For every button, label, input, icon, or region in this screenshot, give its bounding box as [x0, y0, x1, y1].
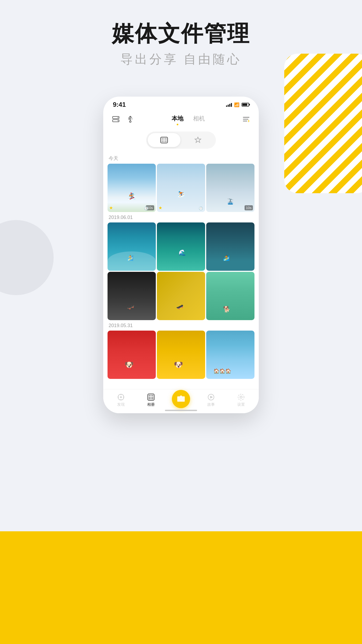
home-indicator: [165, 410, 197, 411]
media-thumb[interactable]: 🏄: [108, 222, 156, 271]
svg-point-18: [120, 396, 122, 398]
page-subtitle: 导出分享 自由随心: [0, 51, 362, 68]
svg-rect-25: [151, 395, 153, 396]
bg-circle-decoration: [0, 220, 54, 295]
media-thumb[interactable]: 🛹: [157, 272, 205, 320]
status-icons: 📶: [226, 102, 249, 107]
media-thumb[interactable]: 🛹: [108, 272, 156, 320]
phone-mockup: 9:41 📶: [103, 97, 259, 413]
svg-rect-15: [164, 140, 167, 142]
media-thumb[interactable]: ⛷️ ★ 🕐: [157, 164, 205, 212]
status-time: 9:41: [113, 101, 126, 108]
section-date-1: 2019.06.01: [109, 215, 253, 220]
filter-section: [103, 128, 259, 152]
media-thumb[interactable]: 🏠🏠🏠: [206, 331, 254, 379]
svg-point-31: [240, 396, 242, 398]
thumb-star-badge: ★: [109, 205, 113, 210]
media-thumb[interactable]: 🏂 ★ 10s 🕐: [108, 164, 156, 212]
media-grid-1: 🏄 🌊 🏄 🛹 🛹 🐕: [108, 222, 254, 320]
nav-left-icons: [111, 114, 135, 124]
section-date-2: 2019.05.31: [109, 323, 253, 328]
page-title: 媒体文件管理: [0, 21, 362, 46]
svg-rect-27: [151, 397, 153, 400]
media-thumb[interactable]: 🏄: [206, 222, 254, 271]
top-nav: 本地 相机: [103, 111, 259, 128]
nav-tabs: 本地 相机: [135, 115, 241, 124]
tab-album[interactable]: 相册: [136, 393, 166, 407]
header-section: 媒体文件管理 导出分享 自由随心: [0, 21, 362, 68]
tab-settings-label: 设置: [237, 402, 245, 407]
media-thumb[interactable]: 🌊: [157, 222, 205, 271]
usb-icon[interactable]: [125, 114, 135, 124]
media-thumb[interactable]: 🐕: [206, 272, 254, 320]
tab-discover-label: 发现: [117, 402, 125, 407]
tab-settings[interactable]: 设置: [226, 393, 256, 407]
svg-rect-12: [161, 138, 164, 140]
filter-sort-icon[interactable]: [241, 114, 251, 124]
discover-icon: [117, 393, 125, 401]
status-bar: 9:41 📶: [103, 97, 259, 111]
tab-album-label: 相册: [147, 402, 155, 407]
tab-story-label: 故事: [207, 402, 215, 407]
media-thumb[interactable]: 🐶: [157, 331, 205, 379]
svg-point-32: [238, 394, 244, 400]
svg-point-3: [118, 120, 119, 121]
svg-rect-13: [164, 138, 167, 140]
tab-story[interactable]: 故事: [196, 393, 226, 407]
tab-discover[interactable]: 发现: [106, 393, 136, 407]
tab-camera-center[interactable]: [166, 390, 196, 410]
svg-rect-6: [129, 118, 130, 119]
bg-stripe-decoration: [284, 54, 362, 193]
storage-icon[interactable]: [111, 114, 121, 124]
thumb-star-badge: ★: [158, 205, 162, 210]
media-thumb[interactable]: 🚠 10s: [206, 164, 254, 212]
camera-button[interactable]: [172, 390, 190, 408]
filter-all[interactable]: [148, 133, 180, 147]
battery-icon: [242, 103, 249, 107]
media-content: 今天 🏂 ★ 10s 🕐 ⛷️ ★ 🕐: [103, 152, 259, 394]
settings-icon: [237, 393, 245, 401]
tab-camera[interactable]: 相机: [193, 115, 205, 124]
album-icon: [147, 393, 155, 401]
svg-point-2: [118, 117, 119, 118]
story-icon: [207, 393, 215, 401]
media-grid-today: 🏂 ★ 10s 🕐 ⛷️ ★ 🕐 🚠 10s: [108, 164, 254, 212]
svg-rect-14: [161, 140, 164, 142]
svg-rect-24: [149, 395, 151, 396]
bg-yellow-bottom: [0, 531, 362, 644]
section-date-today: 今天: [109, 155, 253, 162]
filter-pills: [146, 131, 216, 149]
media-grid-2: 🐶 🐶 🏠🏠🏠: [108, 331, 254, 379]
svg-marker-16: [195, 137, 201, 142]
svg-marker-30: [210, 396, 213, 398]
signal-icon: [226, 103, 232, 107]
wifi-icon: 📶: [234, 102, 239, 107]
thumb-duration: 10s: [245, 205, 253, 210]
svg-point-5: [130, 121, 131, 122]
tab-local[interactable]: 本地: [172, 115, 183, 124]
svg-rect-26: [149, 397, 151, 400]
media-thumb[interactable]: 🐶: [108, 331, 156, 379]
filter-starred[interactable]: [182, 133, 214, 147]
